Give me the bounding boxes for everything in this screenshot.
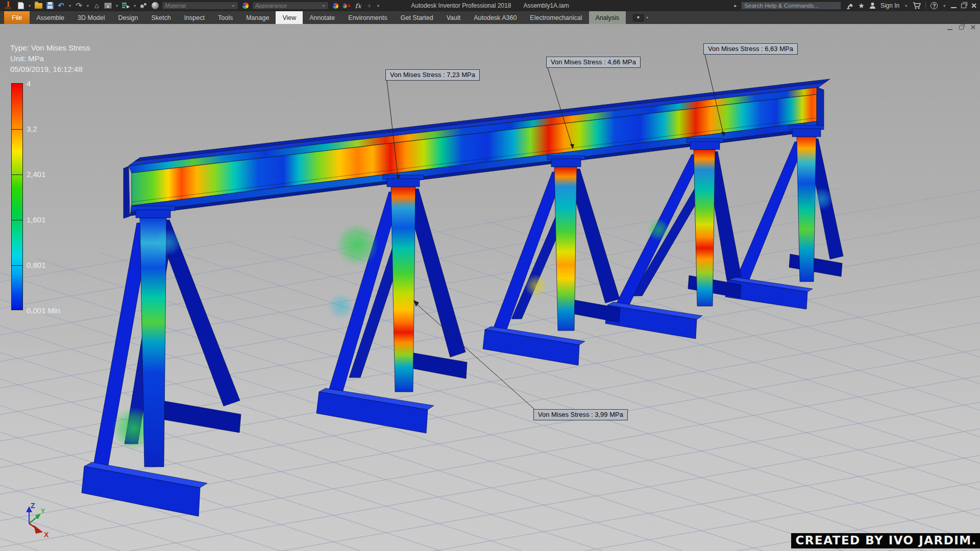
quick-access-toolbar: IPRO ▾ ↶ ▾ ↷ ▾ ⌂ ▲ ▾ ➤ ▾ Material ▼ Appe… <box>0 0 380 11</box>
tab-file[interactable]: File <box>4 11 30 24</box>
window-restore-button[interactable] <box>961 4 966 8</box>
color-bar-tick: 1,601 <box>27 215 46 224</box>
new-file-dropdown-icon[interactable]: ▾ <box>28 4 32 8</box>
tab-electromechanical[interactable]: Electromechanical <box>523 11 589 24</box>
ribbon-tab-bar: FileAssemble3D ModelDesignSketchInspectT… <box>0 11 980 24</box>
expand-arrow-icon[interactable]: ▸ <box>734 3 737 8</box>
xchange-apps-icon[interactable] <box>846 2 853 10</box>
toolbar-divider <box>925 2 926 9</box>
watermark: CREATED BY IVO JARDIM. <box>791 533 980 548</box>
model-viewport[interactable]: Z Y X ✕ Type: Von Mises Stress Unit: MPa… <box>0 24 980 551</box>
triad-y-label: Y <box>41 508 45 515</box>
trestle-1[interactable] <box>82 206 241 516</box>
favorites-star-icon[interactable]: ★ <box>858 2 865 10</box>
measure-icon[interactable]: + <box>365 2 374 10</box>
undo-dropdown-icon[interactable]: ▾ <box>68 4 72 8</box>
stress-callout-4[interactable]: Von Mises Stress : 3,99 MPa <box>533 409 628 420</box>
material-spheres-icon[interactable] <box>139 2 148 10</box>
color-bar-tick: 4 <box>27 79 31 88</box>
appearance-dropdown[interactable]: Appearance ▼ <box>252 2 329 10</box>
trestle-3[interactable] <box>483 156 620 365</box>
color-wheel-icon[interactable] <box>241 2 250 10</box>
tab-tools[interactable]: Tools <box>211 11 239 24</box>
tab-environments[interactable]: Environments <box>341 11 394 24</box>
stress-callout-3[interactable]: Von Mises Stress : 6,63 MPa <box>703 43 798 55</box>
redo-icon[interactable]: ↷ <box>75 2 83 10</box>
tab-analysis[interactable]: Analysis <box>589 11 626 24</box>
legend-unit-label: Unit: MPa <box>10 53 90 64</box>
qat-customize-caret-icon[interactable]: ▾ <box>376 4 380 8</box>
material-caret-icon: ▼ <box>231 4 235 8</box>
color-bar-tick: 2,401 <box>27 170 46 179</box>
title-bar: IPRO ▾ ↶ ▾ ↷ ▾ ⌂ ▲ ▾ ➤ ▾ Material ▼ Appe… <box>0 0 980 11</box>
coordinate-triad: Z Y X <box>26 502 49 539</box>
stress-callout-1[interactable]: Von Mises Stress : 7,23 MPa <box>385 69 480 81</box>
tab-3d-model[interactable]: 3D Model <box>71 11 112 24</box>
material-dropdown[interactable]: Material ▼ <box>162 2 238 10</box>
legend-type-label: Type: Von Mises Stress <box>10 42 90 53</box>
triad-x-label: X <box>44 531 49 539</box>
parameters-fx-icon[interactable]: f𝑥 <box>354 2 362 10</box>
home-view-icon[interactable]: ⌂ <box>92 2 101 10</box>
clear-appearance-icon[interactable]: ✕ <box>342 2 351 10</box>
legend-timestamp: 05/09/2019, 16:12:48 <box>10 64 90 74</box>
document-restore-button[interactable] <box>959 26 964 30</box>
viewport-canvas[interactable]: Z Y X <box>0 24 980 551</box>
appearance-dropdown-value: Appearance <box>255 3 287 9</box>
material-dropdown-value: Material <box>165 3 186 9</box>
document-close-button[interactable]: ✕ <box>970 25 976 30</box>
window-close-button[interactable]: ✕ <box>971 2 977 10</box>
inventor-window: IPRO ▾ ↶ ▾ ↷ ▾ ⌂ ▲ ▾ ➤ ▾ Material ▼ Appe… <box>0 0 980 551</box>
appearance-caret-icon: ▼ <box>322 4 326 8</box>
stress-callout-2[interactable]: Von Mises Stress : 4,66 MPa <box>546 57 641 68</box>
window-minimize-button[interactable] <box>951 7 957 8</box>
tab-assemble[interactable]: Assemble <box>30 11 71 24</box>
tab-view[interactable]: View <box>276 11 303 24</box>
component-dropdown-icon[interactable]: ▾ <box>133 4 137 8</box>
help-icon[interactable]: ? <box>930 2 938 9</box>
result-legend: Type: Von Mises Stress Unit: MPa 05/09/2… <box>10 42 90 74</box>
tab-inspect[interactable]: Inspect <box>178 11 211 24</box>
ribbon-appearance-icon[interactable]: ▼ <box>633 14 644 21</box>
render-dropdown-icon[interactable]: ▾ <box>115 4 119 8</box>
tab-manage[interactable]: Manage <box>239 11 276 24</box>
trestle-2[interactable] <box>316 175 467 433</box>
document-minimize-button[interactable] <box>947 29 952 30</box>
app-title-text: Autodesk Inventor Professional 2018 <box>411 2 511 9</box>
adjust-appearance-icon[interactable] <box>331 2 340 10</box>
new-file-icon[interactable] <box>16 2 25 10</box>
help-caret-icon[interactable]: ▾ <box>942 4 946 8</box>
sign-in-button[interactable]: Sign In <box>880 2 899 9</box>
tab-design[interactable]: Design <box>112 11 145 24</box>
color-bar-tick: 3,2 <box>27 124 37 133</box>
tab-vault[interactable]: Vault <box>440 11 468 24</box>
user-icon[interactable] <box>869 2 876 9</box>
tab-annotate[interactable]: Annotate <box>303 11 341 24</box>
search-input[interactable] <box>741 2 841 10</box>
material-sphere-icon[interactable] <box>151 2 159 10</box>
component-select-icon[interactable]: ➤ <box>121 2 130 10</box>
trestle-5[interactable] <box>725 126 843 309</box>
tab-get-started[interactable]: Get Started <box>394 11 440 24</box>
triad-z-label: Z <box>31 502 35 510</box>
store-cart-icon[interactable] <box>913 2 921 9</box>
document-window-controls: ✕ <box>947 25 976 30</box>
redo-dropdown-icon[interactable]: ▾ <box>86 4 90 8</box>
color-bar-tick: 0,001 Min <box>27 306 60 315</box>
inventor-logo-icon[interactable]: IPRO <box>3 1 14 11</box>
trestle-4[interactable] <box>605 138 741 339</box>
render-scene-icon[interactable]: ▲ <box>104 2 112 10</box>
open-file-icon[interactable] <box>34 2 43 10</box>
stress-color-bar <box>11 83 23 310</box>
tab-sketch[interactable]: Sketch <box>144 11 177 24</box>
sign-in-caret-icon[interactable]: ▾ <box>904 4 908 8</box>
ribbon-appearance-caret-icon[interactable]: ▾ <box>645 15 649 20</box>
save-icon[interactable] <box>45 2 54 10</box>
color-bar-tick: 0,801 <box>27 261 46 269</box>
document-name-text: Assembly1A.iam <box>523 2 569 9</box>
tab-autodesk-a360[interactable]: Autodesk A360 <box>467 11 523 24</box>
undo-icon[interactable]: ↶ <box>57 2 65 10</box>
